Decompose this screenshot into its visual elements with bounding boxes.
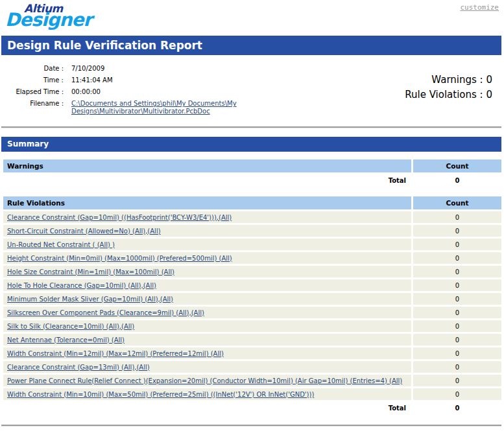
- altium-designer-logo: Altium Designer: [4, 1, 101, 32]
- rule-violations-count-column-header: Count: [411, 196, 501, 209]
- report-info-section: Date : 7/10/2009 Time : 11:41:04 AM Elap…: [6, 65, 498, 119]
- date-label: Date :: [6, 65, 71, 73]
- rule-violations-table: Rule Violations Count Clearance Constrai…: [3, 196, 501, 414]
- table-row: Silk to Silk (Clearance=10mil) (All),(Al…: [3, 320, 501, 332]
- rule-violation-count: 0: [411, 307, 501, 318]
- warnings-table-header: Warnings Count: [3, 159, 501, 172]
- rule-violation-count: 0: [411, 347, 501, 359]
- rule-violation-count: 0: [411, 320, 501, 332]
- filename-link[interactable]: C:\Documents and Settings\phil\My Docume…: [71, 100, 237, 115]
- warnings-total-row: Total 0: [3, 174, 501, 187]
- warnings-count-column-header: Count: [411, 159, 501, 172]
- rule-violation-count: 0: [411, 266, 501, 277]
- filename-label: Filename :: [6, 100, 71, 115]
- customize-link[interactable]: customize: [460, 3, 499, 12]
- info-row-filename: Filename : C:\Documents and Settings\phi…: [6, 100, 245, 115]
- warnings-stat: Warnings : 0: [405, 74, 492, 86]
- table-row: Width Constraint (Min=12mil) (Max=12mil)…: [3, 347, 501, 359]
- rule-violation-count: 0: [411, 252, 501, 264]
- rule-violation-link[interactable]: Short-Circuit Constraint (Allowed=No) (A…: [7, 228, 161, 235]
- rule-violation-link[interactable]: Width Constraint (Min=12mil) (Max=12mil)…: [7, 350, 224, 357]
- info-row-date: Date : 7/10/2009: [6, 65, 245, 73]
- date-value: 7/10/2009: [71, 65, 104, 73]
- info-row-time: Time : 11:41:04 AM: [6, 76, 245, 84]
- time-value: 11:41:04 AM: [71, 76, 113, 84]
- rule-violation-link[interactable]: Silk to Silk (Clearance=10mil) (All),(Al…: [7, 323, 134, 330]
- rule-violations-total-label: Total: [3, 405, 411, 412]
- rule-violation-link[interactable]: Width Constraint (Min=10mil) (Max=50mil)…: [7, 391, 314, 398]
- rule-violation-link[interactable]: Clearance Constraint (Gap=13mil) (All),(…: [7, 364, 150, 371]
- warnings-column-header: Warnings: [3, 162, 411, 170]
- rule-violation-link[interactable]: Silkscreen Over Component Pads (Clearanc…: [7, 309, 204, 316]
- time-label: Time :: [6, 76, 71, 84]
- table-row: Clearance Constraint (Gap=13mil) (All),(…: [3, 361, 501, 373]
- table-row: Hole Size Constraint (Min=1mil) (Max=100…: [3, 266, 501, 277]
- rule-violations-table-header: Rule Violations Count: [3, 196, 501, 209]
- report-info-table: Date : 7/10/2009 Time : 11:41:04 AM Elap…: [6, 65, 245, 119]
- page-title: Design Rule Verification Report: [1, 36, 501, 55]
- report-page: Altium Designer customize Design Rule Ve…: [0, 0, 504, 435]
- rule-violation-count: 0: [411, 361, 501, 373]
- rule-violations-column-header: Rule Violations: [3, 199, 411, 207]
- warnings-total-label: Total: [3, 177, 411, 184]
- table-row: Un-Routed Net Constraint ( (All) ) 0: [3, 239, 501, 250]
- rule-violations-total-row: Total 0: [3, 401, 501, 414]
- table-row: Width Constraint (Min=10mil) (Max=50mil)…: [3, 388, 501, 400]
- rule-violation-link[interactable]: Height Constraint (Min=0mil) (Max=1000mi…: [7, 255, 232, 262]
- rule-violations-table-body: Clearance Constraint (Gap=10mil) ((HasFo…: [3, 211, 501, 400]
- logo-designer-text: Designer: [5, 9, 91, 30]
- summary-stats: Warnings : 0 Rule Violations : 0: [405, 65, 498, 119]
- top-bar: Altium Designer customize: [0, 0, 504, 34]
- rule-violation-link[interactable]: Net Antennae (Tolerance=0mil) (All): [7, 336, 125, 344]
- rule-violation-count: 0: [411, 293, 501, 305]
- elapsed-time-value: 00:00:00: [71, 88, 101, 96]
- rule-violation-link[interactable]: Clearance Constraint (Gap=10mil) ((HasFo…: [7, 214, 232, 221]
- table-row: Net Antennae (Tolerance=0mil) (All) 0: [3, 334, 501, 346]
- summary-section-header: Summary: [1, 137, 501, 152]
- rule-violation-count: 0: [411, 279, 501, 291]
- rule-violations-stat-value: 0: [486, 89, 492, 100]
- rule-violations-stat-label: Rule Violations :: [405, 89, 483, 100]
- info-row-elapsed-time: Elapsed Time : 00:00:00: [6, 88, 245, 96]
- rule-violation-count: 0: [411, 211, 501, 223]
- elapsed-time-label: Elapsed Time :: [6, 88, 71, 96]
- section-divider-top: [1, 126, 501, 128]
- rule-violation-link[interactable]: Power Plane Connect Rule(Relief Connect …: [7, 377, 402, 384]
- rule-violations-total-count: 0: [411, 401, 501, 414]
- warnings-stat-value: 0: [486, 74, 492, 86]
- rule-violations-stat: Rule Violations : 0: [405, 89, 492, 100]
- table-row: Minimum Solder Mask Sliver (Gap=10mil) (…: [3, 293, 501, 305]
- rule-violation-link[interactable]: Un-Routed Net Constraint ( (All) ): [7, 241, 115, 248]
- rule-violation-count: 0: [411, 375, 501, 386]
- table-row: Silkscreen Over Component Pads (Clearanc…: [3, 307, 501, 318]
- rule-violation-link[interactable]: Hole Size Constraint (Min=1mil) (Max=100…: [7, 268, 174, 276]
- table-row: Short-Circuit Constraint (Allowed=No) (A…: [3, 225, 501, 237]
- table-row: Hole To Hole Clearance (Gap=10mil) (All)…: [3, 279, 501, 291]
- warnings-stat-label: Warnings :: [431, 74, 483, 86]
- section-divider-bottom: [1, 425, 501, 427]
- warnings-table: Warnings Count Total 0: [3, 159, 501, 187]
- table-row: Clearance Constraint (Gap=10mil) ((HasFo…: [3, 211, 501, 223]
- table-row: Power Plane Connect Rule(Relief Connect …: [3, 375, 501, 386]
- rule-violation-count: 0: [411, 388, 501, 400]
- rule-violation-count: 0: [411, 334, 501, 346]
- rule-violation-count: 0: [411, 239, 501, 250]
- rule-violation-count: 0: [411, 225, 501, 237]
- warnings-total-count: 0: [411, 174, 501, 187]
- table-row: Height Constraint (Min=0mil) (Max=1000mi…: [3, 252, 501, 264]
- rule-violation-link[interactable]: Hole To Hole Clearance (Gap=10mil) (All)…: [7, 282, 156, 289]
- rule-violation-link[interactable]: Minimum Solder Mask Sliver (Gap=10mil) (…: [7, 296, 173, 303]
